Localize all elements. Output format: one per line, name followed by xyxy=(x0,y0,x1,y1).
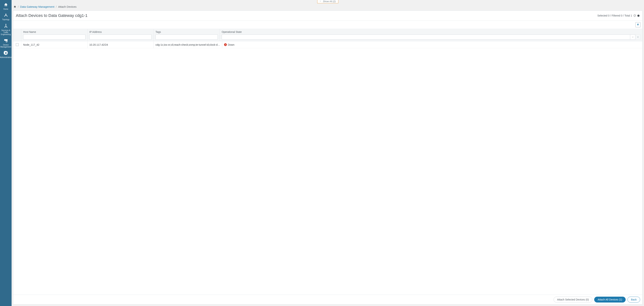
filter-state-dropdown[interactable] xyxy=(630,34,635,40)
breadcrumb-link-dgm[interactable]: Data Gateway Management xyxy=(20,5,54,8)
services-icon xyxy=(4,23,8,29)
sidebar-item-services[interactable]: Services & Traffic Engineering xyxy=(0,22,12,37)
cell-state: Down xyxy=(228,43,234,46)
sidebar-item-label: Device Management xyxy=(0,44,11,48)
col-host-label: Host Name xyxy=(23,30,86,33)
refresh-icon[interactable] xyxy=(633,14,636,17)
back-button[interactable]: Back xyxy=(628,297,640,303)
content-card: Attach Devices to Data Gateway cdg1-1 Se… xyxy=(13,10,642,305)
show-all-label: Show All (2) xyxy=(323,0,336,2)
sidebar-item-label: Home xyxy=(3,8,8,10)
svg-point-0 xyxy=(6,13,6,14)
page-title: Attach Devices to Data Gateway cdg1-1 xyxy=(16,13,88,18)
filter-host-input[interactable] xyxy=(23,34,86,40)
counts-text: Selected 0 / Filtered 0 / Total 1 xyxy=(597,14,632,17)
chevron-down-icon xyxy=(632,36,634,38)
attach-selected-button[interactable]: Attach Selected Devices (0) xyxy=(554,297,592,303)
svg-rect-7 xyxy=(4,39,8,41)
cell-tags: cdg-1c;ios-xr;cli;reach-check;snmp;te-tu… xyxy=(156,43,220,46)
row-checkbox[interactable] xyxy=(16,43,18,46)
filter-state-clear[interactable]: ✕ xyxy=(635,34,640,40)
svg-point-6 xyxy=(6,27,7,27)
breadcrumb-sep: / xyxy=(56,5,56,8)
attach-all-button[interactable]: Attach All Devices (1) xyxy=(594,297,626,303)
cell-ip: 10.20.117.42/24 xyxy=(89,43,152,46)
filter-ip-input[interactable] xyxy=(89,34,152,40)
filter-button[interactable] xyxy=(635,22,640,27)
svg-point-9 xyxy=(6,41,7,42)
sidebar-item-label: Administration xyxy=(0,56,12,58)
filter-tags-input[interactable] xyxy=(156,34,218,40)
home-icon xyxy=(4,2,8,7)
col-tags-label: Tags xyxy=(156,30,218,33)
svg-point-4 xyxy=(5,24,6,24)
col-state: Operational State ✕ xyxy=(220,29,642,41)
col-state-label: Operational State xyxy=(222,30,640,33)
col-checkbox xyxy=(13,29,21,41)
sidebar-item-device-mgmt[interactable]: Device Management xyxy=(0,37,12,49)
filter-state-input[interactable] xyxy=(222,34,630,40)
card-header: Attach Devices to Data Gateway cdg1-1 Se… xyxy=(13,11,642,21)
cell-host: Node_117_42 xyxy=(23,43,86,46)
device-management-icon xyxy=(4,38,8,43)
header-meta: Selected 0 / Filtered 0 / Total 1 xyxy=(597,14,640,17)
table-header: Host Name IP Address Tags Operational St… xyxy=(13,29,642,41)
breadcrumb: / Data Gateway Management / Attach Devic… xyxy=(12,2,644,9)
breadcrumb-home-icon[interactable] xyxy=(14,5,16,8)
col-ip: IP Address xyxy=(88,29,154,41)
breadcrumb-sep: / xyxy=(18,5,18,8)
status-down-icon xyxy=(224,43,227,46)
svg-point-5 xyxy=(4,27,5,27)
settings-gear-icon[interactable] xyxy=(637,14,640,17)
sidebar-item-label: Topology xyxy=(2,18,9,20)
table-body: Node_117_42 10.20.117.42/24 cdg-1c;ios-x… xyxy=(13,41,642,295)
sidebar-item-administration[interactable]: Administration xyxy=(0,49,12,60)
chevron-down-icon xyxy=(319,0,322,2)
breadcrumb-current: Attach Devices xyxy=(58,5,76,8)
col-ip-label: IP Address xyxy=(89,30,152,33)
sidebar-item-label: Services & Traffic Engineering xyxy=(0,29,11,35)
gear-icon xyxy=(4,51,8,56)
funnel-icon xyxy=(637,23,639,26)
table-row: Node_117_42 10.20.117.42/24 cdg-1c;ios-x… xyxy=(13,41,642,48)
card-footer: Attach Selected Devices (0) Attach All D… xyxy=(13,295,642,304)
main-area: Show All (2) / Data Gateway Management /… xyxy=(12,0,644,306)
col-host: Host Name xyxy=(21,29,88,41)
col-tags: Tags xyxy=(154,29,220,41)
sidebar-item-topology[interactable]: Topology xyxy=(0,11,12,22)
show-all-toggle[interactable]: Show All (2) xyxy=(317,0,338,3)
left-sidebar: Home Topology Services & Traffic Enginee… xyxy=(0,0,12,306)
toolbar-row xyxy=(13,21,642,29)
close-icon: ✕ xyxy=(637,36,639,38)
topology-icon xyxy=(4,13,8,18)
sidebar-item-home[interactable]: Home xyxy=(0,0,12,11)
show-all-band: Show All (2) xyxy=(12,0,644,2)
